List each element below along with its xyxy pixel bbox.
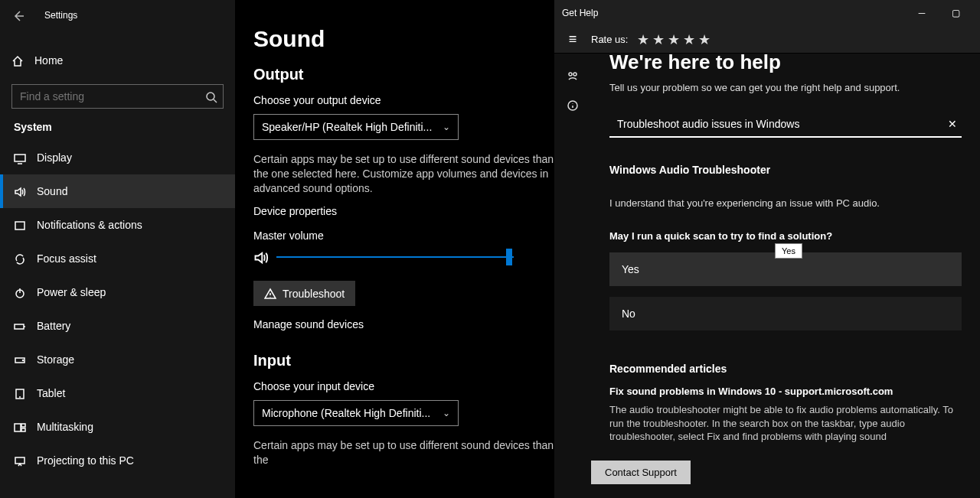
input-device-value: Microphone (Realtek High Definiti... [262,407,430,419]
nav-label: Display [37,151,72,164]
sound-icon [14,184,37,198]
nav-label: Battery [37,320,70,332]
nav-label: Projecting to this PC [37,454,134,467]
star-icon[interactable]: ★ [652,31,665,48]
nav-label: Storage [37,353,74,366]
rate-label: Rate us: [591,34,628,45]
nav-storage[interactable]: Storage [0,343,235,376]
output-description: Certain apps may be set up to use differ… [253,152,560,196]
nav-power[interactable]: Power & sleep [0,275,235,309]
nav-tablet[interactable]: Tablet [0,376,235,410]
notification-icon [14,218,37,232]
maximize-button[interactable]: ▢ [939,8,972,18]
svg-point-13 [573,73,577,76]
display-icon [14,151,37,164]
nav-label: Sound [37,185,67,197]
feedback-icon[interactable] [567,69,579,83]
clear-search-icon[interactable]: ✕ [943,118,962,130]
star-icon[interactable]: ★ [683,31,695,48]
gethelp-rail [554,54,591,453]
power-icon [14,285,37,299]
projecting-icon [14,454,37,467]
svg-point-12 [569,73,572,76]
gethelp-window: Get Help ─ ▢ ≡ Rate us: ★ ★ ★ ★ ★ We're … [554,0,980,498]
volume-icon[interactable] [253,249,269,265]
contact-label: Contact Support [605,467,677,478]
home-icon [11,54,34,67]
search-icon [205,90,217,103]
nav-label: Power & sleep [37,286,106,298]
battery-icon [14,319,37,333]
yes-label: Yes [622,263,639,275]
search-field-wrap: ✕ [609,115,962,138]
nav-label: Tablet [37,387,65,399]
output-device-value: Speaker/HP (Realtek High Definiti... [262,121,432,133]
troubleshoot-button[interactable]: Troubleshoot [253,281,355,306]
nav-label: Multitasking [37,421,93,433]
star-icon[interactable]: ★ [668,31,680,48]
no-label: No [622,308,635,320]
gethelp-titlebar[interactable]: Get Help ─ ▢ [554,0,980,26]
svg-rect-4 [15,324,24,329]
recommended-heading: Recommended articles [609,363,962,375]
svg-point-6 [23,360,24,361]
slider-thumb[interactable] [506,249,512,265]
home-label: Home [34,54,63,67]
troubleshoot-label: Troubleshoot [283,288,345,300]
tablet-icon [14,386,37,400]
nav-multitasking[interactable]: Multitasking [0,410,235,444]
focus-icon [14,252,37,265]
info-icon[interactable] [567,98,579,112]
nav-projecting[interactable]: Projecting to this PC [0,444,235,477]
settings-sidebar: Settings Home System Display Sound [0,0,235,498]
help-search-input[interactable] [609,115,943,133]
svg-rect-2 [15,222,24,229]
input-device-dropdown[interactable]: Microphone (Realtek High Definiti... ⌄ [253,400,459,426]
nav-notifications[interactable]: Notifications & actions [0,208,235,242]
hero-heading: We're here to help [609,54,962,74]
troubleshooter-title: Windows Audio Troubleshooter [609,164,962,176]
svg-point-0 [207,93,214,100]
warning-icon [264,287,276,300]
article-body: The audio troubleshooter might be able t… [609,403,962,444]
svg-rect-10 [21,428,25,431]
svg-rect-1 [15,155,25,161]
hero-subtext: Tell us your problem so we can get you t… [609,82,962,93]
output-device-dropdown[interactable]: Speaker/HP (Realtek High Definiti... ⌄ [253,114,459,140]
nav-focus[interactable]: Focus assist [0,242,235,275]
svg-rect-8 [15,424,21,431]
chevron-down-icon: ⌄ [443,122,450,132]
tooltip: Yes [775,243,802,259]
understand-text: I understand that you're experiencing an… [609,197,962,209]
nav-display[interactable]: Display [0,141,235,174]
svg-rect-9 [21,424,25,427]
gethelp-content: We're here to help Tell us your problem … [591,54,980,453]
minimize-button[interactable]: ─ [905,8,939,18]
back-arrow-icon [12,10,24,22]
app-title: Settings [37,10,77,21]
no-button[interactable]: No [609,297,962,330]
gethelp-title: Get Help [562,8,905,18]
nav-battery[interactable]: Battery [0,309,235,343]
contact-bar: Contact Support [554,453,980,498]
nav-sound[interactable]: Sound [0,174,235,208]
search-wrap [0,84,235,109]
storage-icon [14,353,37,366]
volume-slider[interactable] [276,256,514,258]
chevron-down-icon: ⌄ [443,408,450,418]
titlebar: Settings [0,0,235,24]
category-label: System [0,109,235,141]
hamburger-menu[interactable]: ≡ [554,31,591,47]
input-description: Certain apps may be set up to use differ… [253,438,560,467]
star-icon[interactable]: ★ [698,31,710,48]
multitasking-icon [14,420,37,434]
gethelp-body: We're here to help Tell us your problem … [554,54,980,453]
contact-support-button[interactable]: Contact Support [591,461,691,484]
back-button[interactable] [0,8,37,21]
home-nav[interactable]: Home [0,44,235,76]
search-input[interactable] [11,84,224,109]
star-icon[interactable]: ★ [637,31,649,48]
article-title[interactable]: Fix sound problems in Windows 10 - suppo… [609,386,962,397]
nav-label: Focus assist [37,252,96,265]
nav-label: Notifications & actions [37,219,142,231]
